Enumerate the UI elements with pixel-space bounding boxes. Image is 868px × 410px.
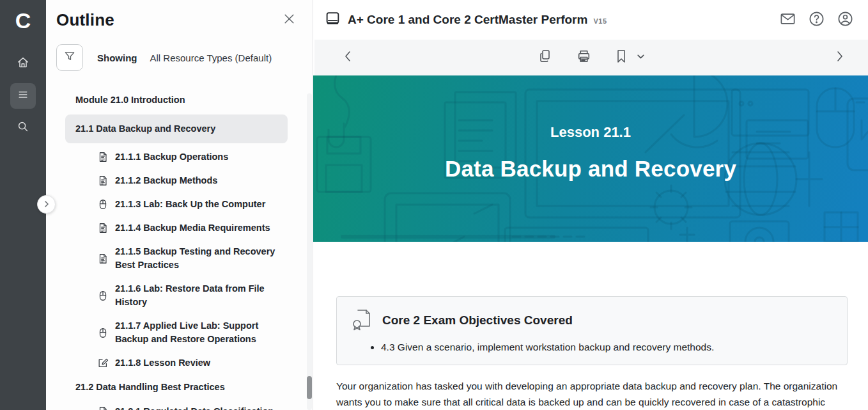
exam-objectives-list: 4.3 Given a scenario, implement workstat… [381,340,833,354]
filter-showing-label: Showing [97,52,137,63]
lesson-title: Data Backup and Recovery [445,156,736,182]
document-icon [97,151,109,163]
lesson-content: Core 2 Exam Objectives Covered 4.3 Given… [313,242,868,410]
mouse-icon [97,290,109,302]
exam-objective-item: 4.3 Given a scenario, implement workstat… [381,340,833,354]
copy-icon [538,48,553,67]
lesson-toolbar [314,40,868,75]
course-version-badge: V15 [593,17,607,25]
chevron-right-icon [43,199,50,210]
print-icon [576,48,592,67]
outline-item-label: Module 21.0 Introduction [75,93,185,107]
account-button[interactable] [836,11,854,29]
chevron-right-icon [835,50,845,65]
chevron-down-icon [637,52,645,63]
filter-button[interactable] [56,44,83,71]
bookmark-icon [615,48,628,67]
outline-item[interactable]: 21.1.8 Lesson Review [65,351,288,375]
lesson-number: Lesson 21.1 [550,124,631,141]
outline-item[interactable]: 21.1.3 Lab: Back Up the Computer [65,193,288,216]
outline-item-label: 21.1.5 Backup Testing and Recovery Best … [115,245,288,272]
outline-item[interactable]: 21.1.5 Backup Testing and Recovery Best … [65,240,288,277]
chevron-left-icon [343,50,353,65]
outline-item[interactable]: 21.2.1 Regulated Data Classification [65,400,288,410]
app-window: C Outline [0,0,868,410]
outline-item-label: 21.1.6 Lab: Restore Data from File Histo… [115,282,288,309]
document-icon [97,222,109,234]
copy-button[interactable] [538,48,553,67]
help-icon [808,10,825,30]
document-icon [97,175,109,187]
document-icon [97,406,109,410]
outline-item[interactable]: Module 21.0 Introduction [65,88,288,113]
outline-list: Module 21.0 Introduction21.1 Data Backup… [65,88,288,410]
outline-panel: Outline Showing All Resource Types (Defa… [46,0,313,410]
help-button[interactable] [807,11,825,29]
outline-menu-icon [17,88,29,104]
outline-item[interactable]: 21.2 Data Handling Best Practices [65,375,288,400]
bookmark-dropdown-button[interactable] [637,52,645,63]
outline-item[interactable]: 21.1 Data Backup and Recovery [65,114,288,143]
outline-item[interactable]: 21.1.6 Lab: Restore Data from File Histo… [65,277,288,314]
outline-scrollbar-thumb[interactable] [307,376,312,399]
outline-item-label: 21.1.1 Backup Operations [115,150,228,164]
account-icon [837,10,854,30]
outline-item[interactable]: 21.1.2 Backup Methods [65,169,288,193]
outline-item-label: 21.1.4 Backup Media Requirements [115,221,270,235]
document-icon [97,253,109,265]
outline-item[interactable]: 21.1.4 Backup Media Requirements [65,216,288,240]
close-icon [283,12,296,28]
outline-item[interactable]: 21.1.7 Applied Live Lab: Support Backup … [65,314,288,351]
outline-item[interactable]: 21.1.1 Backup Operations [65,145,288,169]
course-header: A+ Core 1 and Core 2 CertMaster Perform … [313,0,868,40]
messages-button[interactable] [779,11,796,29]
search-button[interactable] [10,115,36,141]
outline-item-label: 21.2.1 Regulated Data Classification [115,405,274,410]
outline-item-label: 21.1.3 Lab: Back Up the Computer [115,198,265,211]
filter-value: All Resource Types (Default) [150,52,272,63]
bookmark-button[interactable] [615,48,628,67]
outline-panel-title: Outline [56,10,114,30]
outline-item-label: 21.1.2 Backup Methods [115,174,217,187]
edit-icon [97,357,109,369]
outline-item-label: 21.1.8 Lesson Review [115,356,210,370]
home-icon [16,56,30,72]
search-icon [16,120,30,136]
mouse-icon [97,327,109,339]
next-page-button[interactable] [835,50,845,65]
lesson-banner: Lesson 21.1 Data Backup and Recovery [313,75,868,242]
home-button[interactable] [10,51,36,77]
outline-item-label: 21.2 Data Handling Best Practices [75,381,225,394]
print-button[interactable] [576,48,592,67]
outline-scrollbar-track[interactable] [307,93,312,410]
exam-objectives-title: Core 2 Exam Objectives Covered [382,313,573,327]
mail-icon [779,10,796,30]
close-outline-button[interactable] [281,12,297,29]
outline-item-label: 21.1 Data Backup and Recovery [75,122,215,136]
course-book-icon [325,11,341,29]
outline-menu-button[interactable] [10,83,36,109]
certificate-icon [351,308,373,333]
filter-funnel-icon [63,50,76,65]
outline-item-label: 21.1.7 Applied Live Lab: Support Backup … [115,319,288,346]
exam-objectives-card: Core 2 Exam Objectives Covered 4.3 Given… [336,296,848,365]
lesson-intro-paragraph: Your organization has tasked you with de… [336,378,848,410]
previous-page-button[interactable] [343,50,353,65]
comptia-logo[interactable]: C [15,5,31,36]
panel-expand-button[interactable] [37,195,56,214]
main-content-area: A+ Core 1 and Core 2 CertMaster Perform … [313,0,868,410]
mouse-icon [97,198,109,210]
course-title: A+ Core 1 and Core 2 CertMaster Perform [348,13,587,27]
